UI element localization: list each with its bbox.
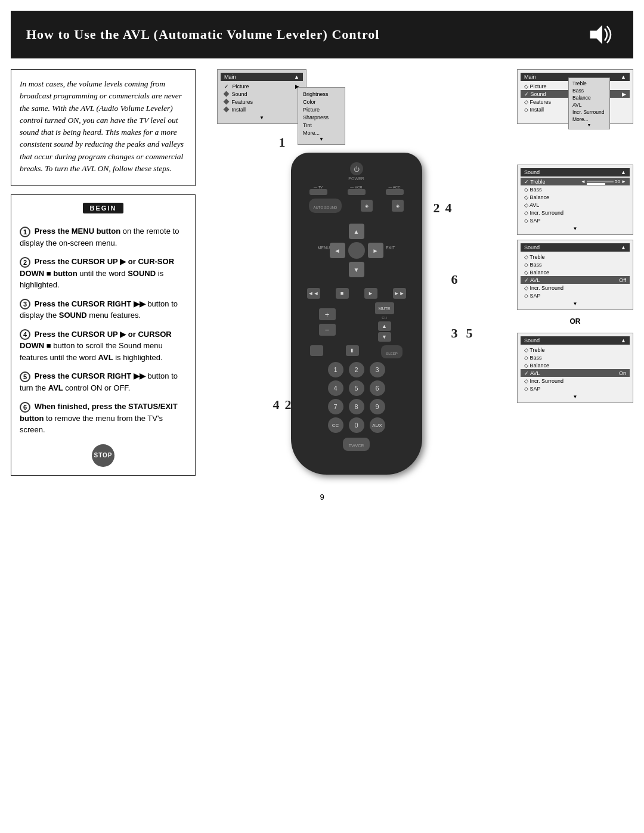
sound-submenu: Treble Bass Balance AVL Incr. Surround M… — [568, 78, 610, 129]
num-0-button[interactable]: 0 — [349, 417, 364, 433]
step-overlay-2b: 2 — [285, 397, 292, 413]
tv-switch[interactable] — [309, 189, 327, 195]
avl-on-treble: ◇ Treble — [521, 346, 630, 354]
sound-incr-surround-item: ◇ Incr. Surround — [521, 209, 630, 216]
ch-up-button[interactable]: ▲ — [378, 321, 391, 331]
avl-off-title: Sound▲ — [521, 243, 630, 252]
num-1-button[interactable]: 1 — [328, 362, 343, 377]
mute-button[interactable]: MUTE — [375, 302, 394, 314]
intro-text: In most cases, the volume levels coming … — [20, 78, 187, 175]
vcr-selector: — VCR — [348, 185, 366, 195]
feature-button-2[interactable]: ◈ — [392, 200, 404, 212]
cc-button[interactable]: CC — [328, 417, 343, 433]
sound-bass-item: ◇ Bass — [521, 185, 630, 193]
step-6: 6 When finished, press the STATUS/EXIT b… — [20, 401, 187, 436]
sub-menu-1: Brightness Color Picture Sharpness Tint … — [298, 87, 345, 145]
sound-avl-item: ◇ AVL — [521, 201, 630, 209]
step-overlay-4: 4 — [445, 200, 452, 216]
menu-box-main: Main▲ ◇ Picture ✓ Sound▶ ◇ Features ◇ In… — [517, 69, 633, 124]
auto-sound-button[interactable]: AUTO SOUND — [309, 199, 342, 213]
num-6-button[interactable]: 6 — [370, 380, 385, 396]
tv-selector: — TV — [309, 185, 327, 195]
power-button[interactable]: ⏻ — [350, 162, 363, 175]
aux-button[interactable]: AUX — [370, 417, 385, 433]
avl-on-bass: ◇ Bass — [521, 354, 630, 361]
clock-button[interactable] — [310, 345, 323, 356]
remote-control: 1 2 4 6 3 5 4 2 ⏻ POWER — TV — [267, 153, 446, 475]
avl-off-incr: ◇ Incr. Surround — [521, 284, 630, 292]
vcr-switch[interactable] — [348, 189, 366, 195]
sound-sap-item: ◇ SAP — [521, 216, 630, 224]
cursor-center[interactable] — [348, 242, 365, 259]
rewind-button[interactable]: ◄◄ — [307, 288, 320, 299]
step-1: 1 Press the MENU button on the remote to… — [20, 225, 187, 249]
avl-on-avl: ✓ AVLOn — [521, 369, 630, 377]
vol-up-button[interactable]: + — [319, 308, 336, 320]
begin-badge: BEGIN — [83, 203, 124, 213]
menu-label: MENU — [318, 245, 330, 249]
vol-down-button[interactable]: − — [319, 324, 336, 336]
volume-icon — [589, 20, 618, 49]
step-overlay-2: 2 — [434, 200, 440, 216]
num-3-button[interactable]: 3 — [370, 362, 385, 377]
menu-screen-1: Main ▲ ✓ Picture ▶ Sound Features Instal… — [217, 69, 306, 124]
acc-switch[interactable] — [386, 189, 404, 195]
cursor-left-button[interactable]: ◄ — [330, 243, 345, 258]
power-label: POWER — [299, 176, 414, 181]
page-number: 9 — [0, 487, 644, 512]
cursor-down-button[interactable]: ▼ — [349, 262, 364, 277]
menu-box-sound-avl-on: Sound▲ ◇ Treble ◇ Bass ◇ Balance ✓ AVLOn… — [517, 333, 633, 403]
ch-label: CH — [382, 316, 387, 320]
avl-off-balance: ◇ Balance — [521, 268, 630, 276]
cursor-right-button[interactable]: ► — [368, 243, 383, 258]
page-title: How to Use the AVL (Automatic Volume Lev… — [26, 27, 379, 42]
acc-selector: — ACC — [386, 185, 404, 195]
step-4: 4 Press the CURSOR UP ▶ or CURSOR DOWN ■… — [20, 329, 187, 364]
step-2: 2 Press the CURSOR UP ▶ or CUR-SOR DOWN … — [20, 256, 187, 291]
step-5: 5 Press the CURSOR RIGHT ▶▶ button to tu… — [20, 370, 187, 394]
avl-on-title: Sound▲ — [521, 336, 630, 345]
sound-treble-item: ✓ Treble ◄ 50 ► — [521, 178, 630, 185]
step-overlay-6: 6 — [451, 272, 458, 287]
remote-body: ⏻ POWER — TV — VCR — ACC — [291, 153, 422, 475]
intro-box: In most cases, the volume levels coming … — [11, 69, 196, 186]
sound-balance-item: ◇ Balance — [521, 193, 630, 201]
play-button[interactable]: ► — [364, 288, 377, 299]
num-8-button[interactable]: 8 — [349, 399, 364, 414]
sound-treble-title: Sound▲ — [521, 168, 630, 176]
tvvcr-button[interactable]: TV/VCR — [343, 438, 370, 451]
ch-down-button[interactable]: ▼ — [378, 332, 391, 342]
num-4-button[interactable]: 4 — [328, 380, 343, 396]
avl-on-sap: ◇ SAP — [521, 385, 630, 392]
num-7-button[interactable]: 7 — [328, 399, 343, 414]
step-overlay-5: 5 — [466, 326, 473, 341]
step-overlay-1: 1 — [279, 135, 286, 150]
menu-box-sound-avl-off: Sound▲ ◇ Treble ◇ Bass ◇ Balance ✓ AVLOf… — [517, 240, 633, 310]
main-content: In most cases, the volume levels coming … — [0, 58, 644, 487]
avl-off-treble: ◇ Treble — [521, 253, 630, 261]
num-9-button[interactable]: 9 — [370, 399, 385, 414]
ffwd-button[interactable]: ►► — [393, 288, 406, 299]
or-label: OR — [517, 315, 633, 328]
pause-button[interactable]: ⏸ — [346, 345, 359, 356]
exit-label: EXIT — [386, 245, 395, 249]
menu-box-sound-treble: Sound▲ ✓ Treble ◄ 50 ► ◇ Bass ◇ Balance … — [517, 165, 633, 235]
step-overlay-3: 3 — [451, 326, 458, 341]
avl-off-avl: ✓ AVLOff — [521, 276, 630, 284]
num-5-button[interactable]: 5 — [349, 380, 364, 396]
right-column: Main▲ ◇ Picture ✓ Sound▶ ◇ Features ◇ In… — [517, 69, 633, 476]
avl-on-incr: ◇ Incr. Surround — [521, 377, 630, 385]
svg-marker-1 — [596, 25, 602, 44]
num-2-button[interactable]: 2 — [349, 362, 364, 377]
avl-on-balance: ◇ Balance — [521, 361, 630, 369]
center-column: Main ▲ ✓ Picture ▶ Sound Features Instal… — [205, 69, 507, 476]
stop-circle: STOP — [92, 444, 114, 467]
sleep-button[interactable]: SLEEP — [381, 345, 402, 358]
feature-button-1[interactable]: ◈ — [361, 200, 373, 212]
stop-badge: STOP — [20, 444, 187, 467]
step-overlay-4b: 4 — [273, 397, 280, 413]
cursor-up-button[interactable]: ▲ — [349, 224, 364, 239]
avl-off-bass: ◇ Bass — [521, 261, 630, 268]
stop-button[interactable]: ■ — [336, 288, 349, 299]
page-header: How to Use the AVL (Automatic Volume Lev… — [11, 11, 633, 58]
